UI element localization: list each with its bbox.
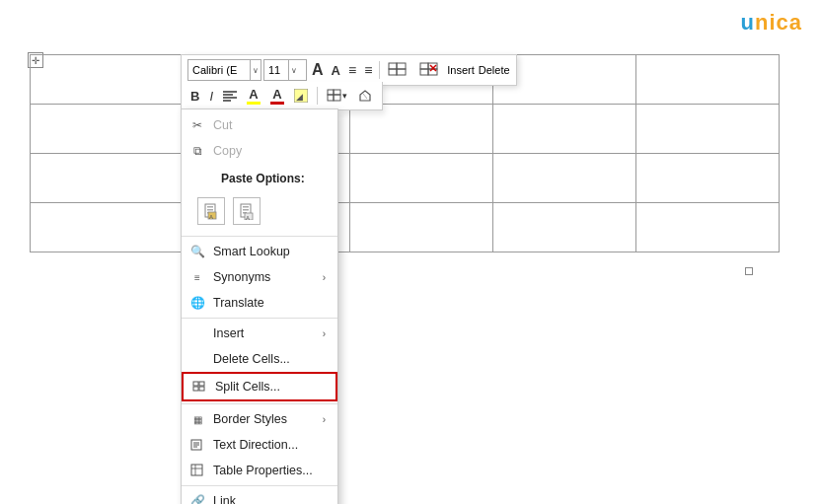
copy-menu-item[interactable]: ⧉ Copy <box>182 138 337 164</box>
svg-rect-2 <box>389 69 397 75</box>
paste-icons-row: A A <box>189 195 268 229</box>
italic-button[interactable]: I <box>206 87 216 106</box>
table-cell[interactable] <box>349 154 492 203</box>
copy-icon: ⧉ <box>189 143 205 159</box>
text-direction-menu-item[interactable]: Text Direction... <box>182 432 337 458</box>
svg-rect-1 <box>397 63 406 69</box>
table-properties-label: Table Properties... <box>213 464 326 477</box>
align-icon <box>223 90 237 102</box>
table-cell[interactable] <box>635 154 779 203</box>
table-cell[interactable] <box>635 105 779 154</box>
delete-cells-menu-item[interactable]: Delete Cells... <box>182 346 337 372</box>
highlight-button[interactable]: A <box>244 85 263 107</box>
table-props-svg <box>190 464 204 477</box>
font-shrink-button[interactable]: A <box>329 61 343 80</box>
svg-rect-3 <box>397 69 406 75</box>
toolbar-separator <box>379 61 380 79</box>
word-table-area <box>30 54 780 281</box>
svg-text:◢: ◢ <box>296 92 303 102</box>
insert-label: Insert <box>213 326 315 340</box>
table-resize-handle[interactable] <box>745 267 753 275</box>
table-cell[interactable] <box>492 203 635 252</box>
link-menu-item[interactable]: 🔗 Link <box>182 488 337 504</box>
insert-menu-item[interactable]: Insert › <box>182 321 337 346</box>
paste-format-icon: A <box>202 202 220 220</box>
table-cell[interactable] <box>349 203 492 252</box>
border-button[interactable]: ▾ <box>324 87 350 105</box>
split-cells-icon <box>191 379 207 395</box>
table-cell[interactable] <box>635 203 779 252</box>
list2-button[interactable]: ≡ <box>361 60 375 80</box>
svg-rect-34 <box>193 382 198 386</box>
synonyms-menu-item[interactable]: ≡ Synonyms › <box>182 264 337 290</box>
synonyms-icon: ≡ <box>189 269 205 285</box>
table-cell[interactable] <box>349 105 492 154</box>
toolbar-separator2 <box>317 87 318 105</box>
svg-rect-37 <box>199 387 204 391</box>
paste-keep-format-button[interactable]: A <box>197 197 225 225</box>
split-cells-label: Split Cells... <box>215 380 324 394</box>
insert-arrow: › <box>323 328 326 339</box>
table-cell[interactable] <box>492 154 635 203</box>
shading-button[interactable]: ◢ <box>291 87 311 105</box>
svg-rect-42 <box>191 465 202 475</box>
table-delete-area[interactable] <box>415 61 443 79</box>
split-cells-svg-icon <box>192 380 206 394</box>
table-properties-menu-item[interactable]: Table Properties... <box>182 458 337 483</box>
list-button[interactable]: ≡ <box>345 60 359 80</box>
font-size-chevron[interactable]: ∨ <box>288 60 299 80</box>
menu-divider1 <box>182 236 337 237</box>
border-icon <box>327 89 342 103</box>
link-label: Link <box>213 494 326 504</box>
svg-rect-17 <box>334 90 340 95</box>
cut-label: Cut <box>213 118 326 132</box>
paste-options-section: Paste Options: A <box>182 164 337 234</box>
font-family-combo[interactable]: Calibri (E ∨ <box>187 59 261 81</box>
font-size-value: 11 <box>264 64 288 76</box>
border-styles-label: Border Styles <box>213 412 315 426</box>
font-grow-button[interactable]: A <box>309 59 327 81</box>
copy-label: Copy <box>213 144 326 158</box>
svg-rect-36 <box>193 387 198 391</box>
svg-rect-16 <box>328 90 334 95</box>
split-cells-menu-item[interactable]: Split Cells... <box>182 372 337 401</box>
paste-text-only-button[interactable]: A <box>233 197 261 225</box>
font-color-button[interactable]: A <box>267 85 287 107</box>
font-family-chevron[interactable]: ∨ <box>250 60 261 80</box>
svg-text:A: A <box>246 215 250 221</box>
smart-lookup-menu-item[interactable]: 🔍 Smart Lookup <box>182 239 337 264</box>
svg-rect-30 <box>243 209 249 211</box>
svg-rect-6 <box>420 69 428 75</box>
cut-icon: ✂ <box>189 117 205 133</box>
synonyms-label: Synonyms <box>213 270 315 284</box>
menu-divider2 <box>182 318 337 319</box>
menu-divider4 <box>182 485 337 486</box>
border-styles-icon: ▦ <box>189 411 205 427</box>
svg-rect-4 <box>420 63 428 69</box>
svg-rect-19 <box>334 95 340 101</box>
link-icon: 🔗 <box>189 493 205 504</box>
svg-line-21 <box>363 94 367 99</box>
smart-lookup-label: Smart Lookup <box>213 245 326 258</box>
eraser-button[interactable] <box>354 87 376 105</box>
cut-menu-item[interactable]: ✂ Cut <box>182 112 337 138</box>
svg-rect-35 <box>199 382 204 386</box>
svg-rect-0 <box>389 63 397 69</box>
table-cell[interactable] <box>635 55 779 105</box>
translate-menu-item[interactable]: 🌐 Translate <box>182 290 337 316</box>
mini-toolbar-row2: B I A A ◢ ▾ <box>181 82 383 110</box>
align-button[interactable] <box>220 88 240 104</box>
translate-icon: 🌐 <box>189 295 205 311</box>
table-cell[interactable] <box>492 105 635 154</box>
translate-label: Translate <box>213 296 326 310</box>
table-insert-area[interactable] <box>384 61 411 79</box>
smart-lookup-icon: 🔍 <box>189 244 205 259</box>
paste-options-label: Paste Options: <box>189 169 317 187</box>
menu-divider3 <box>182 403 337 404</box>
font-size-combo[interactable]: 11 ∨ <box>263 59 307 81</box>
insert-icon <box>189 325 205 341</box>
eraser-icon <box>357 89 373 103</box>
border-styles-menu-item[interactable]: ▦ Border Styles › <box>182 406 337 432</box>
delete-cells-icon <box>189 351 205 367</box>
bold-button[interactable]: B <box>187 87 202 106</box>
